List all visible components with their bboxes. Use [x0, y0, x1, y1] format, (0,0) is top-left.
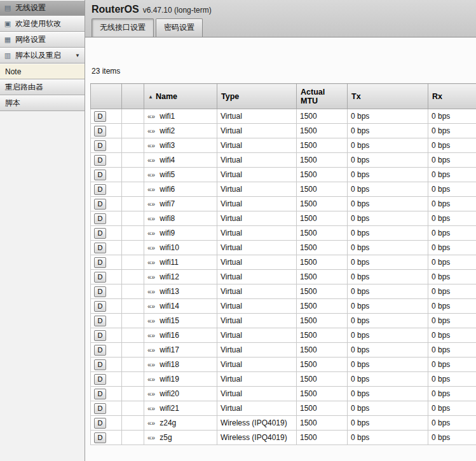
table-row[interactable]: D«»wifi19Virtual15000 bps0 bps [91, 372, 476, 387]
column-header-blank[interactable] [122, 84, 144, 109]
disable-button[interactable]: D [94, 389, 106, 399]
sidebar-item[interactable]: ▤无线设置 [0, 0, 85, 16]
disable-button[interactable]: D [94, 257, 106, 268]
table-row[interactable]: D«»wifi12Virtual15000 bps0 bps [91, 270, 476, 284]
name-cell[interactable]: «»wifi7 [144, 197, 217, 211]
interface-icon: «» [147, 390, 155, 398]
table-row[interactable]: D«»wifi9Virtual15000 bps0 bps [91, 226, 476, 241]
interface-icon: «» [147, 156, 155, 164]
name-cell[interactable]: «»wifi10 [144, 241, 217, 255]
table-row[interactable]: D«»wifi1Virtual15000 bps0 bps [91, 109, 476, 124]
name-cell[interactable]: «»z5g [144, 431, 217, 445]
table-row[interactable]: D«»wifi21Virtual15000 bps0 bps [91, 401, 476, 416]
column-header-blank[interactable] [91, 84, 122, 109]
name-cell[interactable]: «»wifi5 [144, 168, 217, 182]
rx-cell: 0 bps [428, 255, 476, 270]
table-row[interactable]: D«»wifi13Virtual15000 bps0 bps [91, 284, 476, 299]
interface-name: wifi3 [160, 141, 175, 150]
disable-button[interactable]: D [94, 330, 106, 341]
sidebar-item[interactable]: ▥脚本以及重启▼ [0, 48, 85, 63]
disable-button[interactable]: D [94, 155, 106, 166]
column-header-type[interactable]: Type [217, 84, 297, 109]
disable-button[interactable]: D [94, 140, 106, 151]
table-row[interactable]: D«»wifi15Virtual15000 bps0 bps [91, 314, 476, 328]
disable-button[interactable]: D [94, 418, 106, 429]
disable-button[interactable]: D [94, 403, 106, 414]
name-cell[interactable]: «»wifi14 [144, 299, 217, 314]
name-cell[interactable]: «»wifi3 [144, 138, 217, 153]
name-cell[interactable]: «»wifi11 [144, 255, 217, 270]
name-cell[interactable]: «»wifi13 [144, 284, 217, 299]
tx-cell: 0 bps [348, 357, 428, 372]
table-row[interactable]: D«»wifi14Virtual15000 bps0 bps [91, 299, 476, 314]
action-cell: D [91, 387, 122, 401]
name-cell[interactable]: «»wifi12 [144, 270, 217, 284]
name-cell[interactable]: «»wifi16 [144, 328, 217, 343]
table-row[interactable]: D«»wifi5Virtual15000 bps0 bps [91, 168, 476, 182]
name-cell[interactable]: «»wifi15 [144, 314, 217, 328]
disable-button[interactable]: D [94, 316, 106, 326]
table-row[interactable]: D«»wifi7Virtual15000 bps0 bps [91, 197, 476, 211]
disable-button[interactable]: D [94, 213, 106, 224]
name-cell[interactable]: «»wifi17 [144, 343, 217, 357]
table-row[interactable]: D«»wifi2Virtual15000 bps0 bps [91, 124, 476, 138]
sidebar-item[interactable]: 重启路由器 [0, 79, 85, 95]
disable-button[interactable]: D [94, 272, 106, 283]
name-cell[interactable]: «»wifi21 [144, 401, 217, 416]
column-header-tx[interactable]: Tx [348, 84, 428, 109]
disable-button[interactable]: D [94, 228, 106, 239]
disable-button[interactable]: D [94, 359, 106, 370]
flags-cell [122, 241, 144, 255]
sidebar-item[interactable]: Note [0, 63, 85, 79]
column-header-name[interactable]: ▲Name [144, 84, 217, 109]
name-cell[interactable]: «»wifi1 [144, 109, 217, 124]
tab[interactable]: 密码设置 [156, 18, 203, 37]
disable-button[interactable]: D [94, 126, 106, 137]
table-row[interactable]: D«»wifi8Virtual15000 bps0 bps [91, 211, 476, 226]
name-cell[interactable]: «»wifi8 [144, 211, 217, 226]
sidebar-item[interactable]: ▦网络设置 [0, 32, 85, 48]
disable-button[interactable]: D [94, 199, 106, 210]
type-cell: Virtual [217, 401, 297, 416]
disable-button[interactable]: D [94, 111, 106, 122]
interface-icon: «» [147, 171, 155, 178]
table-row[interactable]: D«»wifi4Virtual15000 bps0 bps [91, 153, 476, 168]
disable-button[interactable]: D [94, 345, 106, 356]
table-row[interactable]: D«»wifi16Virtual15000 bps0 bps [91, 328, 476, 343]
chevron-down-icon[interactable]: ▼ [75, 53, 81, 58]
column-header-actual-mtu[interactable]: Actual MTU [297, 84, 348, 109]
name-cell[interactable]: «»z24g [144, 416, 217, 431]
name-cell[interactable]: «»wifi18 [144, 357, 217, 372]
name-cell[interactable]: «»wifi4 [144, 153, 217, 168]
disable-button[interactable]: D [94, 301, 106, 312]
disable-button[interactable]: D [94, 184, 106, 195]
table-row[interactable]: D«»z24gWireless (IPQ4019)15000 bps0 bps [91, 416, 476, 431]
table-row[interactable]: D«»wifi3Virtual15000 bps0 bps [91, 138, 476, 153]
name-cell[interactable]: «»wifi19 [144, 372, 217, 387]
tx-cell: 0 bps [348, 153, 428, 168]
disable-button[interactable]: D [94, 374, 106, 385]
disable-button[interactable]: D [94, 243, 106, 253]
table-row[interactable]: D«»z5gWireless (IPQ4019)15000 bps0 bps [91, 431, 476, 445]
tab[interactable]: 无线接口设置 [92, 18, 154, 37]
disable-button[interactable]: D [94, 286, 106, 297]
actual-mtu-cell: 1500 [297, 153, 348, 168]
column-header-rx[interactable]: Rx [428, 84, 476, 109]
disable-button[interactable]: D [94, 170, 106, 180]
sidebar-item[interactable]: ▣欢迎使用软改 [0, 16, 85, 32]
interface-name: wifi16 [160, 331, 179, 340]
name-cell[interactable]: «»wifi20 [144, 387, 217, 401]
table-row[interactable]: D«»wifi11Virtual15000 bps0 bps [91, 255, 476, 270]
table-row[interactable]: D«»wifi20Virtual15000 bps0 bps [91, 387, 476, 401]
name-cell[interactable]: «»wifi2 [144, 124, 217, 138]
name-cell[interactable]: «»wifi9 [144, 226, 217, 241]
table-row[interactable]: D«»wifi10Virtual15000 bps0 bps [91, 241, 476, 255]
table-row[interactable]: D«»wifi6Virtual15000 bps0 bps [91, 182, 476, 197]
table-row[interactable]: D«»wifi17Virtual15000 bps0 bps [91, 343, 476, 357]
action-cell: D [91, 328, 122, 343]
name-cell[interactable]: «»wifi6 [144, 182, 217, 197]
disable-button[interactable]: D [94, 432, 106, 443]
tx-cell: 0 bps [348, 401, 428, 416]
table-row[interactable]: D«»wifi18Virtual15000 bps0 bps [91, 357, 476, 372]
sidebar-item[interactable]: 脚本 [0, 95, 85, 111]
